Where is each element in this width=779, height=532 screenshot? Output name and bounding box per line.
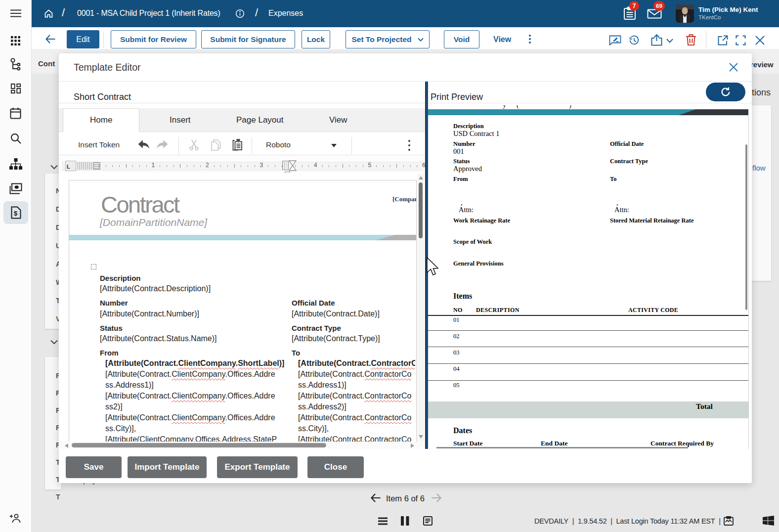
- svg-text:$: $: [14, 210, 18, 217]
